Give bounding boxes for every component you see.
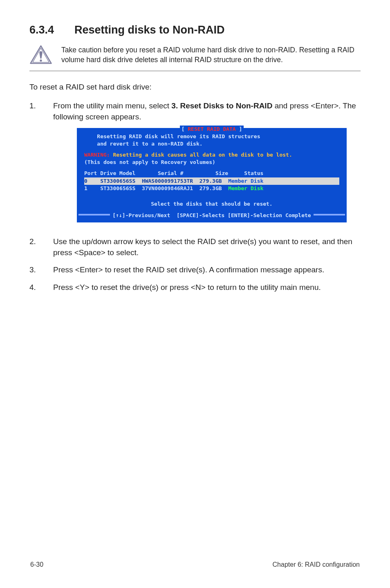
step-body: Use the up/down arrow keys to select the… [53, 236, 361, 258]
terminal-prompt: Select the disks that should be reset. [84, 200, 339, 208]
step-item: 2. Use the up/down arrow keys to select … [29, 236, 361, 258]
caution-icon [29, 45, 52, 65]
terminal-screenshot: [ RESET RAID DATA ] Resetting RAID disk … [77, 128, 361, 222]
terminal-table-header: Port Drive Model Serial # Size Status [84, 170, 339, 177]
terminal-table-row-selected: 0 ST3300656SS HWAS0000991753TR 279.3GB M… [84, 177, 339, 185]
step-body: From the utility main menu, select 3. Re… [53, 101, 361, 230]
step-number: 3. [29, 265, 39, 276]
caution-block: Take caution before you reset a RAID vol… [29, 42, 361, 71]
step-body: Press <Y> to reset the drive(s) or press… [53, 282, 361, 293]
caution-text: Take caution before you reset a RAID vol… [61, 45, 361, 65]
step-body: Press <Enter> to reset the RAID set driv… [53, 265, 361, 276]
page-number: 6-30 [30, 561, 43, 568]
step-number: 1. [29, 101, 39, 230]
section-title-text: Resetting disks to Non-RAID [74, 24, 225, 36]
terminal-line: Resetting RAID disk will remove its RAID… [84, 133, 339, 140]
terminal-title: [ RESET RAID DATA ] [182, 126, 242, 132]
chapter-label: Chapter 6: RAID configuration [273, 561, 360, 568]
terminal-table-row: 1 ST3300656SS 37VN00009846RAJ1 279.3GB M… [84, 185, 339, 192]
section-heading: 6.3.4Resetting disks to Non-RAID [29, 24, 361, 36]
terminal-footer: [↑↓]-Previous/Next [SPACE]-Selects [ENTE… [110, 212, 313, 219]
terminal-line: and revert it to a non-RAID disk. [84, 140, 339, 148]
step-number: 4. [29, 282, 39, 293]
terminal-warning: WARNING: Resetting a disk causes all dat… [84, 151, 339, 159]
step-item: 1. From the utility main menu, select 3.… [29, 101, 361, 230]
step-item: 4. Press <Y> to reset the drive(s) or pr… [29, 282, 361, 293]
page-footer: 6-30 Chapter 6: RAID configuration [30, 561, 360, 568]
terminal-recovery-note: (This does not apply to Recovery volumes… [84, 159, 339, 166]
lead-paragraph: To reset a RAID set hard disk drive: [29, 83, 361, 92]
step-text-bold: 3. Reset Disks to Non-RAID [171, 101, 272, 110]
svg-point-2 [40, 59, 42, 61]
step-number: 2. [29, 236, 39, 258]
step-text-pre: From the utility main menu, select [53, 101, 171, 110]
section-number: 6.3.4 [29, 24, 74, 36]
step-item: 3. Press <Enter> to reset the RAID set d… [29, 265, 361, 276]
